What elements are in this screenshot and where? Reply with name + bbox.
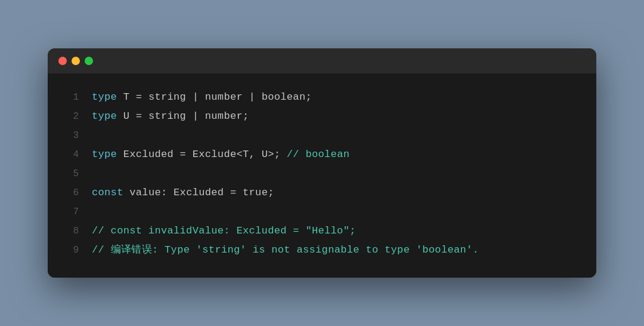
code-line: 2type U = string | number; [48,107,596,126]
token-str: true [243,187,268,198]
code-line: 8// const invalidValue: Excluded = "Hell… [48,222,596,241]
code-line: 7 [48,202,596,222]
titlebar [48,48,596,73]
code-line: 5 [48,164,596,183]
line-content: type Excluded = Exclude<T, U>; // boolea… [92,145,349,164]
line-number: 3 [64,126,79,145]
token-str: number [205,91,243,103]
line-number: 4 [64,145,79,164]
maximize-button[interactable] [85,57,93,65]
token-plain: | [243,91,262,103]
minimize-button[interactable] [72,57,80,65]
line-number: 7 [64,202,79,222]
token-plain: | [186,91,205,103]
token-comment: // 编译错误: Type 'string' is not assignable… [92,244,479,256]
token-comment: // boolean [287,149,349,160]
token-str: string [148,91,186,103]
token-plain: T = [117,91,148,103]
line-content: // 编译错误: Type 'string' is not assignable… [92,241,479,260]
line-content: const value: Excluded = true; [92,183,274,202]
token-plain: value: Excluded = [123,187,243,198]
token-plain: ; [243,110,249,122]
token-str: number [205,110,243,122]
token-plain: ; [268,187,274,198]
token-str: string [148,110,186,122]
token-kw: type [92,149,117,160]
line-number: 1 [64,88,79,107]
token-kw: type [92,91,117,103]
code-line: 6const value: Excluded = true; [48,183,596,202]
code-line: 3 [48,126,596,145]
line-number: 6 [64,183,79,202]
token-plain: ; [305,91,312,103]
token-plain: Excluded = Exclude<T, U>; [117,149,287,160]
line-number: 8 [64,222,79,241]
line-content: type T = string | number | boolean; [92,88,312,107]
code-line: 1type T = string | number | boolean; [48,88,596,107]
line-content: type U = string | number; [92,107,249,126]
token-comment: // const invalidValue: Excluded = "Hello… [92,225,356,236]
token-plain: U = [117,110,148,122]
code-line: 9// 编译错误: Type 'string' is not assignabl… [48,241,596,260]
close-button[interactable] [58,57,67,65]
line-number: 9 [64,241,79,260]
code-window: 1type T = string | number | boolean;2typ… [48,48,596,278]
token-plain: | [186,110,205,122]
token-str: boolean [262,91,306,103]
line-number: 5 [64,164,79,183]
token-kw: type [92,110,117,122]
line-number: 2 [64,107,79,126]
token-kw: const [92,187,123,198]
line-content: // const invalidValue: Excluded = "Hello… [92,222,356,241]
code-line: 4type Excluded = Exclude<T, U>; // boole… [48,145,596,164]
code-editor: 1type T = string | number | boolean;2typ… [48,73,596,278]
